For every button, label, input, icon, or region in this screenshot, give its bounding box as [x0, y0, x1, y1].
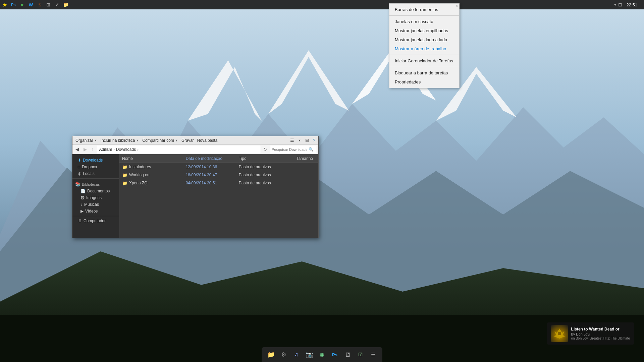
photoshop-taskbar-icon[interactable]: Ps [10, 1, 17, 8]
explorer-sidebar: ⬇ Downloads □ Dropbox ◎ Locais 📚 Bibliot… [72, 154, 119, 238]
computer-label: Computador [84, 219, 106, 223]
folder-icon-workingon: 📁 [122, 173, 127, 178]
chrome-taskbar-icon[interactable]: ● [19, 1, 25, 8]
sidebar-item-downloads[interactable]: ⬇ Downloads [72, 157, 119, 164]
dock-list-icon[interactable]: ☰ [368, 349, 378, 360]
search-box[interactable]: 🔍 [270, 146, 317, 153]
music-notification[interactable]: Listen to Wanted Dead or by Bon Jovi on … [547, 322, 634, 345]
libraries-collapse-icon: 📚 [75, 182, 80, 187]
context-menu-separator-2 [389, 55, 459, 55]
context-menu: × Barras de ferramentas Janelas em casca… [389, 3, 460, 88]
file-name-workingon: Working on [129, 173, 149, 177]
star-icon[interactable]: ★ [1, 1, 8, 8]
share-arrow: ▼ [175, 139, 178, 142]
search-input[interactable] [272, 147, 309, 152]
dock-filemanager-icon[interactable]: 📁 [266, 349, 276, 360]
nav-forward-btn[interactable]: ▶ [82, 146, 89, 153]
sidebar-item-dropbox[interactable]: □ Dropbox [72, 164, 119, 170]
sidebar-item-videos[interactable]: ▶ Vídeos [72, 208, 119, 215]
context-menu-item-stack[interactable]: Mostrar janelas empilhadas [389, 26, 459, 35]
context-menu-item-taskmanager[interactable]: Iniciar Gerenciador de Tarefas [389, 56, 459, 65]
dock-settings-icon[interactable]: ⚙ [278, 349, 289, 360]
organize-arrow: ▼ [94, 139, 97, 142]
col-header-type[interactable]: Tipo [239, 156, 281, 161]
window-buttons-icon[interactable]: ⊟ [618, 2, 622, 7]
sidebar-divider-1 [72, 178, 119, 179]
sidebar-item-music[interactable]: ♪ Músicas [72, 201, 119, 208]
view-help-btn[interactable]: ? [311, 137, 317, 143]
box-taskbar-icon[interactable]: ⊞ [45, 1, 52, 8]
nav-refresh-btn[interactable]: ↻ [262, 146, 269, 153]
address-bar: ◀ ▶ ↑ Adilism › Downloads › ↻ 🔍 [72, 145, 318, 154]
path-segment-adilism[interactable]: Adilism [99, 147, 112, 152]
word-taskbar-icon[interactable]: W [28, 1, 34, 8]
album-art-svg [553, 327, 566, 340]
clock-display: 22:51 [624, 2, 640, 7]
explorer-content: Nome Data de modificação Tipo Tamanho 📁 … [119, 154, 318, 238]
file-row-instaladores[interactable]: 📁 Instaladores 12/09/2014 10:36 Pasta de… [119, 163, 318, 171]
file-row-workingon[interactable]: 📁 Working on 18/09/2014 20:47 Pasta de a… [119, 171, 318, 179]
expand-icon[interactable]: ▼ [613, 3, 617, 7]
file-row-xperiazq[interactable]: 📁 Xperia ZQ 04/09/2014 20:51 Pasta de ar… [119, 179, 318, 187]
file-date-xperiazq: 04/09/2014 20:51 [186, 181, 239, 185]
sidebar-item-images[interactable]: 🖼 Imagens [72, 194, 119, 201]
sidebar-libraries-header[interactable]: 📚 Bibliotecas [72, 180, 119, 188]
context-menu-item-sidebyside[interactable]: Mostrar janelas lado a lado [389, 35, 459, 44]
col-header-date[interactable]: Data de modificação [186, 156, 239, 161]
libraries-label: Bibliotecas [82, 182, 100, 186]
dock-tasks-icon[interactable]: ☑ [355, 349, 366, 360]
view-list-btn[interactable]: ☰ [288, 137, 296, 143]
search-submit-btn[interactable]: 🔍 [309, 147, 314, 152]
address-path[interactable]: Adilism › Downloads › [97, 146, 261, 153]
check-taskbar-icon[interactable]: ✔ [54, 1, 60, 8]
dock-camera-icon[interactable]: 📷 [304, 349, 315, 360]
music-info: Listen to Wanted Dead or by Bon Jovi on … [571, 327, 630, 340]
dock-photoshop-icon[interactable]: Ps [329, 349, 340, 360]
context-menu-item-cascade[interactable]: Janelas em cascata [389, 17, 459, 26]
toolbar-btn-newfolder[interactable]: Nova pasta [196, 137, 219, 143]
dropbox-label: Dropbox [82, 165, 97, 169]
toolbar-btn-library[interactable]: Incluir na biblioteca ▼ [99, 137, 141, 143]
context-menu-item-desktop[interactable]: Mostrar a área de trabalho [389, 44, 459, 53]
col-header-size[interactable]: Tamanho [281, 156, 316, 161]
explorer-main: ⬇ Downloads □ Dropbox ◎ Locais 📚 Bibliot… [72, 154, 318, 238]
svg-point-10 [558, 332, 561, 335]
file-type-workingon: Pasta de arquivos [239, 173, 281, 177]
music-artist: by Bon Jovi [571, 332, 630, 336]
album-art [551, 325, 568, 342]
sidebar-item-locais[interactable]: ◎ Locais [72, 170, 119, 177]
music-sidebar-icon: ♪ [80, 202, 83, 207]
toolbar-btn-organize[interactable]: Organizar ▼ [74, 137, 99, 143]
view-grid-btn[interactable]: ⊞ [304, 137, 311, 143]
videos-label: Vídeos [85, 209, 98, 214]
view-list-arrow[interactable]: ▼ [297, 138, 303, 143]
toolbar-btn-share[interactable]: Compartilhar com ▼ [141, 137, 180, 143]
nav-up-btn[interactable]: ↑ [90, 146, 96, 153]
view-controls: ☰ ▼ ⊞ ? [288, 137, 317, 143]
folder-taskbar-icon[interactable]: 📁 [62, 1, 69, 8]
context-menu-separator-1 [389, 15, 459, 16]
flame-taskbar-icon[interactable]: ♨ [36, 1, 43, 8]
context-menu-item-lock[interactable]: Bloquear a barra de tarefas [389, 68, 459, 77]
videos-icon: ▶ [80, 209, 84, 214]
col-header-name[interactable]: Nome [122, 156, 186, 161]
context-menu-close[interactable]: × [456, 4, 458, 8]
context-menu-item-properties[interactable]: Propriedades [389, 77, 459, 86]
dropbox-sidebar-icon: □ [78, 165, 80, 169]
nav-back-btn[interactable]: ◀ [74, 146, 80, 153]
sidebar-item-documents[interactable]: 📄 Documentos [72, 188, 119, 194]
file-date-workingon: 18/09/2014 20:47 [186, 173, 239, 177]
path-sep-1: › [113, 147, 115, 152]
file-column-headers: Nome Data de modificação Tipo Tamanho [119, 154, 318, 163]
dock-monitor-icon[interactable]: 🖥 [342, 349, 353, 360]
dock-music-icon[interactable]: ♫ [291, 349, 302, 360]
music-album: on Bon Jovi Greatest Hits: The Ultimate [571, 337, 630, 340]
dock-calculator-icon[interactable]: ▦ [317, 349, 327, 360]
path-sep-2: › [137, 147, 139, 152]
folder-icon-xperiazq: 📁 [122, 181, 127, 186]
context-menu-item-toolbars[interactable]: Barras de ferramentas [389, 5, 459, 14]
path-segment-downloads[interactable]: Downloads [116, 147, 136, 152]
taskbar-top: ★ Ps ● W ♨ ⊞ ✔ 📁 ▼ ⊟ 22:51 [0, 0, 644, 9]
toolbar-btn-burn[interactable]: Gravar [180, 137, 196, 143]
sidebar-item-computer[interactable]: 🖥 Computador [72, 218, 119, 224]
